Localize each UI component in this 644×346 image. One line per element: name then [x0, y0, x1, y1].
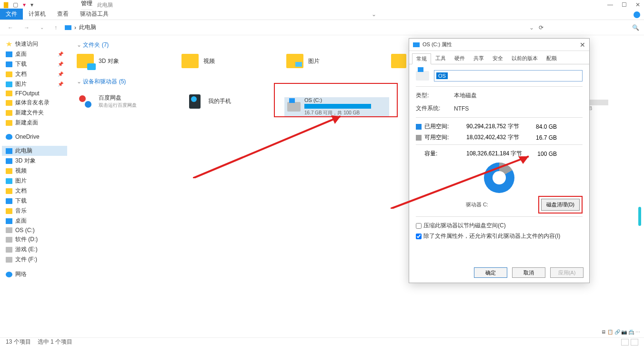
- sidebar-music[interactable]: 音乐: [2, 206, 67, 216]
- sidebar-pictures[interactable]: 图片📌: [2, 79, 67, 89]
- checkbox-input[interactable]: [416, 234, 422, 239]
- refresh-button[interactable]: ⟳: [539, 24, 543, 31]
- sidebar-drive-d[interactable]: 软件 (D:): [2, 234, 67, 244]
- device-title: OS (C:): [304, 97, 386, 103]
- device-drive-c[interactable]: OS (C:) 16.7 GB 可用，共 100 GB: [284, 97, 389, 116]
- drive-icon: [287, 102, 301, 112]
- sidebar-downloads[interactable]: 下载📌: [2, 59, 67, 69]
- sidebar-label: 桌面: [15, 50, 27, 58]
- ribbon-expand[interactable]: ⌄: [367, 9, 381, 20]
- baidu-icon: [78, 94, 92, 109]
- ok-button[interactable]: 确定: [474, 267, 507, 278]
- folder-pictures[interactable]: 图片: [284, 52, 380, 70]
- sidebar-drive-e[interactable]: 游戏 (E:): [2, 244, 67, 254]
- sidebar-media[interactable]: 媒体音友名录: [2, 98, 67, 108]
- maximize-button[interactable]: ☐: [622, 1, 627, 8]
- sidebar-label: 游戏 (E:): [15, 245, 38, 254]
- tab-previous-versions[interactable]: 以前的版本: [507, 53, 542, 64]
- sidebar-desktop[interactable]: 桌面📌: [2, 49, 67, 59]
- sidebar-label: 下载: [15, 60, 27, 68]
- up-button[interactable]: ↑: [51, 23, 60, 32]
- sidebar-downloads2[interactable]: 下载: [2, 196, 67, 206]
- address-bar[interactable]: › 此电脑: [65, 23, 524, 31]
- folder-label: 3D 对象: [99, 57, 119, 65]
- tab-hardware[interactable]: 硬件: [450, 53, 469, 64]
- sidebar-this-pc[interactable]: 此电脑: [2, 146, 67, 156]
- tab-security[interactable]: 安全: [488, 53, 507, 64]
- folder-videos[interactable]: 视频: [180, 52, 275, 70]
- drive-name-input[interactable]: OS: [434, 70, 583, 81]
- back-button[interactable]: ←: [5, 23, 16, 32]
- used-swatch: [416, 124, 422, 130]
- sidebar-drive-c[interactable]: OS (C:): [2, 226, 67, 234]
- recent-dropdown[interactable]: ⌄: [37, 24, 47, 31]
- device-title: 我的手机: [208, 97, 231, 105]
- close-button[interactable]: ✕: [635, 1, 640, 8]
- sidebar-videos[interactable]: 视频: [2, 166, 67, 176]
- breadcrumb-chevron[interactable]: ›: [74, 24, 76, 31]
- search-icon[interactable]: 🔍: [632, 24, 639, 31]
- navigation-bar: ← → ⌄ ↑ › 此电脑 ⌄ ⟳ 🔍: [0, 20, 644, 35]
- sidebar-ffoutput[interactable]: FFOutput: [2, 89, 67, 98]
- forward-button[interactable]: →: [21, 23, 32, 32]
- folder-partial[interactable]: [389, 52, 408, 70]
- tab-general[interactable]: 常规: [412, 53, 431, 64]
- label-filesystem: 文件系统:: [416, 104, 454, 112]
- label-type: 类型:: [416, 92, 454, 100]
- minimize-button[interactable]: —: [607, 1, 613, 8]
- sidebar-pictures2[interactable]: 图片: [2, 176, 67, 186]
- tab-quota[interactable]: 配额: [542, 53, 561, 64]
- value-type: 本地磁盘: [454, 92, 477, 100]
- sidebar-label: OneDrive: [15, 133, 40, 140]
- sidebar-3d-objects[interactable]: 3D 对象: [2, 156, 67, 166]
- dialog-close-button[interactable]: ✕: [580, 41, 585, 49]
- sidebar-label: 软件 (D:): [15, 235, 38, 244]
- qat-item[interactable]: ▾: [23, 1, 26, 8]
- row-capacity: 容量:108,326,621,184 字节100 GB: [416, 150, 583, 158]
- sidebar-label: 新建桌面: [15, 119, 38, 127]
- folder-icon: [286, 54, 303, 68]
- folder-3d-objects[interactable]: 3D 对象: [75, 52, 170, 70]
- sidebar-drive-f[interactable]: 文件 (F:): [2, 254, 67, 265]
- checkbox-index[interactable]: 除了文件属性外，还允许索引此驱动器上文件的内容(I): [416, 232, 583, 240]
- sidebar-quick-access[interactable]: 快速访问: [2, 39, 67, 49]
- dialog-title: OS (C:) 属性: [423, 41, 580, 48]
- folder-label: 图片: [308, 57, 320, 65]
- tab-drive-tools[interactable]: 驱动器工具: [74, 9, 114, 20]
- ribbon-tabs: 文件 计算机 查看 驱动器工具 ⌄: [0, 10, 644, 20]
- drive-icon: [6, 247, 12, 253]
- tab-sharing[interactable]: 共享: [469, 53, 488, 64]
- device-phone[interactable]: 我的手机: [184, 89, 284, 114]
- apply-button[interactable]: 应用(A): [550, 267, 584, 278]
- checkbox-input[interactable]: [416, 223, 422, 229]
- view-toggle[interactable]: [621, 339, 638, 346]
- address-dropdown[interactable]: ⌄: [529, 24, 534, 31]
- dialog-titlebar[interactable]: OS (C:) 属性 ✕: [409, 39, 589, 51]
- sidebar-newfolder[interactable]: 新建文件夹: [2, 108, 67, 118]
- device-baidu[interactable]: 百度网盘双击运行百度网盘: [75, 89, 175, 114]
- checkbox-label: 除了文件属性外，还允许索引此驱动器上文件的内容(I): [423, 232, 560, 240]
- qat-overflow[interactable]: ▾: [30, 1, 33, 8]
- sidebar-label: 文档: [15, 70, 27, 78]
- disk-cleanup-button[interactable]: 磁盘清理(D): [541, 199, 580, 211]
- star-icon: [6, 41, 12, 47]
- folder-icon: [181, 54, 199, 68]
- cancel-button[interactable]: 取消: [512, 267, 545, 278]
- network-icon: [6, 272, 12, 277]
- checkbox-compress[interactable]: 压缩此驱动器以节约磁盘空间(C): [416, 222, 583, 230]
- sidebar-documents2[interactable]: 文档: [2, 186, 67, 196]
- sidebar-onedrive[interactable]: OneDrive: [2, 132, 67, 141]
- explorer-icon: ▇: [4, 1, 8, 8]
- sidebar-documents[interactable]: 文档📌: [2, 69, 67, 79]
- breadcrumb-this-pc[interactable]: 此电脑: [79, 23, 96, 31]
- qat-item[interactable]: ▢: [13, 1, 18, 8]
- tab-tools[interactable]: 工具: [431, 53, 450, 64]
- sidebar-newdesk[interactable]: 新建桌面: [2, 118, 67, 128]
- tab-computer[interactable]: 计算机: [23, 9, 51, 20]
- tab-view[interactable]: 查看: [51, 9, 74, 20]
- sidebar-desktop2[interactable]: 桌面: [2, 216, 67, 226]
- tab-file[interactable]: 文件: [0, 9, 23, 20]
- sidebar-network[interactable]: 网络: [2, 269, 67, 279]
- drive-letter-label: 驱动器 C:: [416, 201, 538, 208]
- help-badge[interactable]: [634, 11, 640, 18]
